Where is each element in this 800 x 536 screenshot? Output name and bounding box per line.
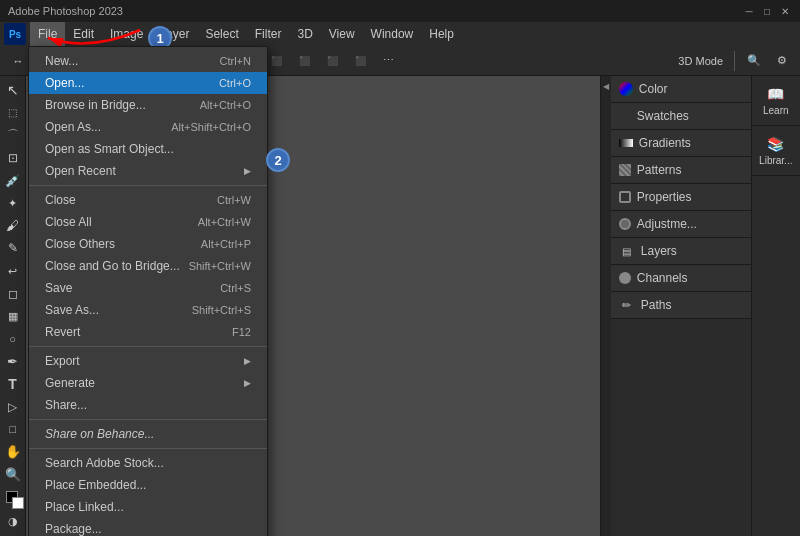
menu-close-others[interactable]: Close Others Alt+Ctrl+P [29, 233, 267, 255]
pen-tool[interactable]: ✒ [2, 351, 24, 372]
workspace-btn[interactable]: ⚙ [770, 49, 794, 73]
layers-icon: ▤ [619, 243, 635, 259]
libraries-btn[interactable]: 📚 Librar... [752, 126, 800, 176]
close-button[interactable]: ✕ [778, 4, 792, 18]
menu-open-label: Open... [45, 76, 84, 90]
menu-window[interactable]: Window [363, 22, 422, 46]
menu-package-label: Package... [45, 522, 102, 536]
menu-close[interactable]: Close Ctrl+W [29, 189, 267, 211]
swatches-panel-header[interactable]: Swatches [611, 103, 751, 129]
brush-tool[interactable]: 🖌 [2, 216, 24, 237]
eyedropper-tool[interactable]: 💉 [2, 170, 24, 191]
menu-revert-label: Revert [45, 325, 80, 339]
menu-3d[interactable]: 3D [289, 22, 320, 46]
menu-generate[interactable]: Generate [29, 372, 267, 394]
menu-file[interactable]: File [30, 22, 65, 46]
menu-place-linked[interactable]: Place Linked... [29, 496, 267, 518]
left-sidebar: ↖ ⬚ ⌒ ⊡ 💉 ✦ 🖌 ✎ ↩ ◻ ▦ ○ ✒ T ▷ □ ✋ 🔍 ◑ [0, 76, 26, 536]
menu-image[interactable]: Image [102, 22, 151, 46]
eraser-tool[interactable]: ◻ [2, 283, 24, 304]
menu-save[interactable]: Save Ctrl+S [29, 277, 267, 299]
menu-open-as[interactable]: Open As... Alt+Shift+Ctrl+O [29, 116, 267, 138]
menu-close-shortcut: Ctrl+W [217, 194, 251, 206]
menu-export[interactable]: Export [29, 350, 267, 372]
menu-save-as-label: Save As... [45, 303, 99, 317]
properties-panel-header[interactable]: Properties [611, 184, 751, 210]
menu-save-as[interactable]: Save As... Shift+Ctrl+S [29, 299, 267, 321]
menu-revert[interactable]: Revert F12 [29, 321, 267, 343]
menu-open-smart-object[interactable]: Open as Smart Object... [29, 138, 267, 160]
minimize-button[interactable]: ─ [742, 4, 756, 18]
menu-close-bridge[interactable]: Close and Go to Bridge... Shift+Ctrl+W [29, 255, 267, 277]
menu-open-shortcut: Ctrl+O [219, 77, 251, 89]
photoshop-icon: Ps [4, 23, 26, 45]
menu-close-all[interactable]: Close All Alt+Ctrl+W [29, 211, 267, 233]
align-top-btn[interactable]: ⬛ [292, 49, 316, 73]
right-panel-sections: Color Swatches Gradients [611, 76, 751, 536]
selection-tool[interactable]: ⬚ [2, 103, 24, 124]
menu-search-stock-label: Search Adobe Stock... [45, 456, 164, 470]
lasso-tool[interactable]: ⌒ [2, 125, 24, 146]
crop-tool[interactable]: ⊡ [2, 148, 24, 169]
shape-tool[interactable]: □ [2, 419, 24, 440]
dodge-tool[interactable]: ○ [2, 329, 24, 350]
color-panel-header[interactable]: Color [611, 76, 751, 102]
hand-tool[interactable]: ✋ [2, 442, 24, 463]
menu-search-stock[interactable]: Search Adobe Stock... [29, 452, 267, 474]
adjustments-panel-header[interactable]: Adjustme... [611, 211, 751, 237]
menu-close-bridge-label: Close and Go to Bridge... [45, 259, 180, 273]
align-bottom-btn[interactable]: ⬛ [348, 49, 372, 73]
menu-help[interactable]: Help [421, 22, 462, 46]
gradient-tool[interactable]: ▦ [2, 306, 24, 327]
patterns-panel: Patterns [611, 157, 751, 184]
align-middle-btn[interactable]: ⬛ [320, 49, 344, 73]
fg-bg-colors[interactable] [2, 489, 24, 510]
spot-heal-tool[interactable]: ✦ [2, 193, 24, 214]
menu-share-behance[interactable]: Share on Behance... [29, 423, 267, 445]
menu-share[interactable]: Share... [29, 394, 267, 416]
menu-view[interactable]: View [321, 22, 363, 46]
color-panel: Color [611, 76, 751, 103]
maximize-button[interactable]: □ [760, 4, 774, 18]
menu-filter[interactable]: Filter [247, 22, 290, 46]
dd-sep-1 [29, 185, 267, 186]
channels-panel-header[interactable]: Channels [611, 265, 751, 291]
properties-icon [619, 191, 631, 203]
channels-icon [619, 272, 631, 284]
menu-new[interactable]: New... Ctrl+N [29, 50, 267, 72]
menu-edit[interactable]: Edit [65, 22, 102, 46]
move-tool[interactable]: ↖ [2, 80, 24, 101]
menu-share-behance-label: Share on Behance... [45, 427, 154, 441]
menu-open-as-shortcut: Alt+Shift+Ctrl+O [171, 121, 251, 133]
app-title: Adobe Photoshop 2023 [8, 5, 123, 17]
paths-panel-header[interactable]: ✏ Paths [611, 292, 751, 318]
more-options-btn[interactable]: ⋯ [376, 49, 400, 73]
clone-tool[interactable]: ✎ [2, 238, 24, 259]
menu-new-label: New... [45, 54, 78, 68]
zoom-tool[interactable]: 🔍 [2, 464, 24, 485]
type-tool[interactable]: T [2, 374, 24, 395]
menu-open-recent[interactable]: Open Recent [29, 160, 267, 182]
menu-select[interactable]: Select [197, 22, 246, 46]
menu-close-all-label: Close All [45, 215, 92, 229]
menu-package[interactable]: Package... [29, 518, 267, 536]
patterns-panel-header[interactable]: Patterns [611, 157, 751, 183]
menu-open[interactable]: Open... Ctrl+O [29, 72, 267, 94]
history-brush[interactable]: ↩ [2, 261, 24, 282]
menu-place-embedded[interactable]: Place Embedded... [29, 474, 267, 496]
quick-mask[interactable]: ◑ [2, 511, 24, 532]
adjustments-icon [619, 218, 631, 230]
toolbar-move-tool[interactable]: ↔ [6, 49, 30, 73]
dd-sep-3 [29, 419, 267, 420]
path-select-tool[interactable]: ▷ [2, 396, 24, 417]
right-slim-panel: 📖 Learn 📚 Librar... [751, 76, 800, 536]
menu-browse-bridge[interactable]: Browse in Bridge... Alt+Ctrl+O [29, 94, 267, 116]
annotation-2: 2 [266, 148, 290, 172]
learn-btn[interactable]: 📖 Learn [752, 76, 800, 126]
search-btn[interactable]: 🔍 [742, 49, 766, 73]
panel-collapse-handle[interactable]: ◀ [601, 76, 611, 536]
gradients-panel-header[interactable]: Gradients [611, 130, 751, 156]
layers-panel-header[interactable]: ▤ Layers [611, 238, 751, 264]
right-panel: ◀ Color Swatches [600, 76, 800, 536]
layers-panel: ▤ Layers [611, 238, 751, 265]
